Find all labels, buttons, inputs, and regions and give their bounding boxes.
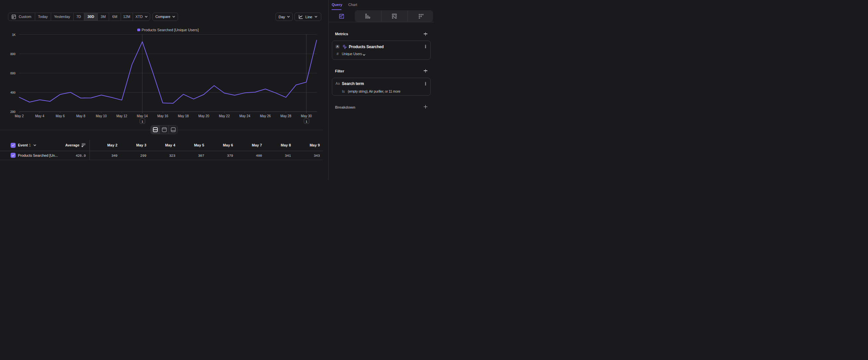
- svg-text:May 2: May 2: [14, 114, 24, 118]
- svg-text:600: 600: [10, 72, 15, 75]
- svg-text:May 16: May 16: [157, 114, 168, 118]
- svg-text:May 4: May 4: [35, 114, 44, 118]
- svg-text:200: 200: [10, 110, 15, 114]
- svg-text:800: 800: [10, 52, 15, 56]
- svg-text:May 26: May 26: [260, 114, 271, 118]
- svg-text:May 18: May 18: [178, 114, 189, 118]
- svg-text:May 12: May 12: [116, 114, 127, 118]
- svg-text:May 30: May 30: [301, 114, 312, 118]
- svg-text:May 22: May 22: [219, 114, 230, 118]
- svg-text:1: 1: [306, 119, 307, 123]
- svg-text:May 14: May 14: [137, 114, 148, 118]
- svg-text:400: 400: [10, 91, 15, 95]
- svg-text:May 6: May 6: [56, 114, 65, 118]
- svg-text:May 8: May 8: [76, 114, 86, 118]
- svg-text:1K: 1K: [12, 33, 16, 37]
- svg-text:May 28: May 28: [280, 114, 291, 118]
- svg-text:1: 1: [142, 119, 143, 123]
- svg-text:May 10: May 10: [96, 114, 107, 118]
- svg-text:May 20: May 20: [198, 114, 209, 118]
- svg-text:May 24: May 24: [239, 114, 250, 118]
